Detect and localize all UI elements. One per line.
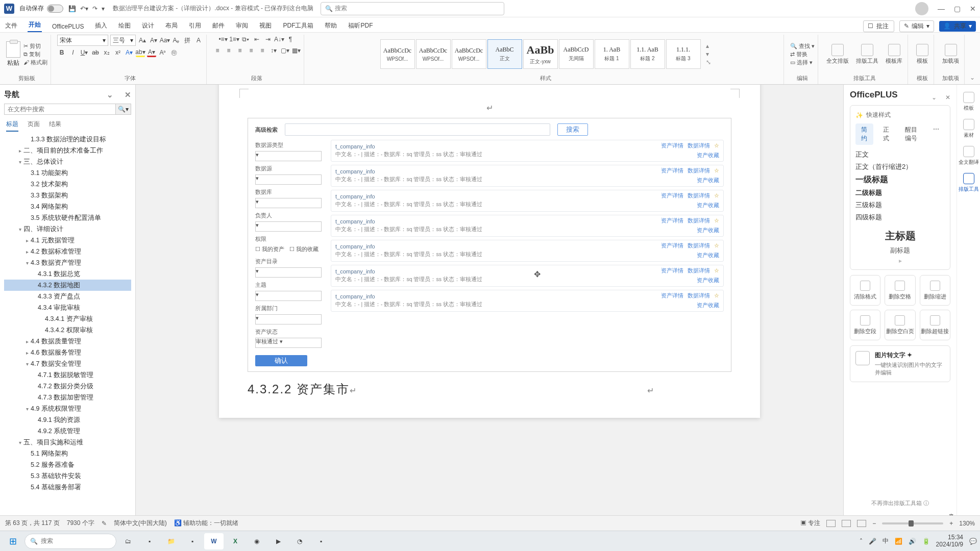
sort-icon[interactable]: A↓▾ xyxy=(275,35,284,44)
taskbar-word[interactable]: W xyxy=(204,533,224,549)
copy-button[interactable]: ⧉ 复制 xyxy=(23,51,47,58)
nav-tree-node[interactable]: 5.3 基础软件安装 xyxy=(4,470,131,482)
tab-design[interactable]: 设计 xyxy=(141,19,155,32)
phonetic-guide-icon[interactable]: 拼 xyxy=(183,36,192,45)
filter-dept[interactable]: ▾ xyxy=(255,314,322,324)
zoom-in-icon[interactable]: + xyxy=(949,520,953,527)
nav-tree-node[interactable]: ▸4.2 数据标准管理 xyxy=(4,246,131,257)
tray-mic-icon[interactable]: 🎤 xyxy=(869,538,876,545)
fulltext-layout-button[interactable]: 全文排版 xyxy=(824,43,851,66)
superscript-icon[interactable]: x² xyxy=(113,48,122,57)
asset-fav-link[interactable]: 资产收藏 xyxy=(697,202,719,209)
addins-button[interactable]: 加载项 xyxy=(940,43,961,66)
user-avatar[interactable] xyxy=(915,2,928,15)
select-button[interactable]: ▭ 选择 ▾ xyxy=(790,59,815,66)
nav-tree-node[interactable]: ▸4.6 数据服务管理 xyxy=(4,347,131,358)
style-card[interactable]: AaBbCcD无间隔 xyxy=(559,39,594,69)
quick-action-button[interactable]: 删除空格 xyxy=(885,275,915,306)
taskbar-chrome[interactable]: ◉ xyxy=(247,533,266,549)
nav-tree-node[interactable]: ▾五、项目实施和运维 xyxy=(4,437,131,448)
asset-fav-link[interactable]: 资产收藏 xyxy=(697,227,719,234)
nav-tree-node[interactable]: ▾四、详细设计 xyxy=(4,223,131,235)
format-painter-button[interactable]: 🖌 格式刷 xyxy=(23,59,47,66)
qat-dropdown-icon[interactable]: ▾ xyxy=(102,5,105,12)
taskbar-app-4[interactable]: ◔ xyxy=(290,533,309,549)
nav-tree-node[interactable]: 5.4 基础服务部署 xyxy=(4,482,131,493)
asset-fav-link[interactable]: 资产收藏 xyxy=(697,252,719,259)
borders-icon[interactable]: ▦▾ xyxy=(291,46,301,55)
asset-detail-link[interactable]: 资产详情 xyxy=(661,267,683,274)
nav-tree-node[interactable]: 3.5 系统软硬件配置清单 xyxy=(4,212,131,223)
asset-fav-link[interactable]: 资产收藏 xyxy=(697,177,719,184)
grow-font-icon[interactable]: A▴ xyxy=(138,36,147,45)
taskbar-app-5[interactable]: ▪ xyxy=(311,533,331,549)
tab-references[interactable]: 引用 xyxy=(188,19,202,32)
cb-my-assets[interactable]: ☐ 我的资产 xyxy=(255,246,284,253)
nav-tree-node[interactable]: 3.4 网络架构 xyxy=(4,201,131,212)
maximize-icon[interactable]: ▢ xyxy=(954,5,961,13)
style-card[interactable]: AaBbCcDcWPSOf... xyxy=(452,39,486,69)
cut-button[interactable]: ✂ 剪切 xyxy=(23,42,47,50)
status-page[interactable]: 第 63 页，共 117 页 xyxy=(5,519,60,528)
tray-volume-icon[interactable]: 🔊 xyxy=(909,538,916,545)
view-print-icon[interactable] xyxy=(842,520,851,527)
zoom-slider[interactable] xyxy=(882,522,943,524)
asset-fav-link[interactable]: 资产收藏 xyxy=(697,152,719,159)
asset-row[interactable]: t_company_info中文名：- | 描述：- 数据库：sq 管理员：ss… xyxy=(331,240,724,262)
layout-tools-button[interactable]: 排版工具 xyxy=(854,43,880,66)
rail-assets[interactable]: 素材 xyxy=(963,119,974,139)
nav-tab-results[interactable]: 结果 xyxy=(49,120,61,132)
quick-action-button[interactable]: 删除空白页 xyxy=(885,310,915,340)
tray-wifi-icon[interactable]: 📶 xyxy=(895,538,902,545)
asset-detail-link[interactable]: 资产详情 xyxy=(661,192,683,199)
asset-row[interactable]: t_company_info中文名：- | 描述：- 数据库：sq 管理员：ss… xyxy=(331,215,724,237)
filter-status[interactable]: 审核通过 ▾ xyxy=(255,338,322,348)
font-color-icon[interactable]: A▾ xyxy=(147,48,156,57)
replace-button[interactable]: ⇄ 替换 xyxy=(790,51,815,58)
tab-file[interactable]: 文件 xyxy=(4,19,18,32)
editing-mode-button[interactable]: ✎ 编辑 ▾ xyxy=(899,20,935,32)
nav-tree[interactable]: 1.3.3 数据治理的建设目标▸二、项目前的技术准备工作▾三、总体设计3.1 功… xyxy=(4,134,131,512)
find-button[interactable]: 🔍 查找 ▾ xyxy=(790,42,815,50)
oplus-collapse-icon[interactable]: ⌄ xyxy=(932,94,937,101)
zoom-out-icon[interactable]: − xyxy=(872,520,876,527)
confirm-button[interactable]: 确认 xyxy=(255,355,307,366)
asset-detail-link[interactable]: 资产详情 xyxy=(661,142,683,149)
tray-battery-icon[interactable]: 🔋 xyxy=(922,538,930,545)
start-button[interactable]: ⊞ xyxy=(3,533,22,549)
undo-icon[interactable]: ↶▾ xyxy=(80,5,88,12)
status-accessibility[interactable]: ♿ 辅助功能：一切就绪 xyxy=(174,519,238,528)
style-card[interactable]: 1.1.1.标题 3 xyxy=(666,39,701,69)
star-icon[interactable]: ☆ xyxy=(714,142,719,149)
close-icon[interactable]: ✕ xyxy=(970,5,976,13)
rail-translate[interactable]: 全文翻译 xyxy=(959,146,979,166)
view-web-icon[interactable] xyxy=(857,520,866,527)
status-words[interactable]: 7930 个字 xyxy=(67,519,94,528)
styles-scroll-up-icon[interactable]: ▴ xyxy=(706,42,711,49)
nav-search-input[interactable] xyxy=(5,104,115,114)
text-effects-icon[interactable]: A▾ xyxy=(125,48,134,57)
style-tab-numbered[interactable]: 醒目编号 xyxy=(899,123,924,145)
oplus-close-icon[interactable]: ✕ xyxy=(945,94,950,101)
show-marks-icon[interactable]: ¶ xyxy=(286,35,295,44)
style-tab-formal[interactable]: 正式 xyxy=(877,123,895,145)
style-gallery[interactable]: AaBbCcDcWPSOf...AaBbCcDcWPSOf...AaBbCcDc… xyxy=(380,39,701,69)
subscript-icon[interactable]: x₂ xyxy=(102,48,111,57)
filter-topic[interactable]: ▾ xyxy=(255,291,322,301)
tab-view[interactable]: 视图 xyxy=(258,19,273,32)
nav-close-icon[interactable]: ✕ xyxy=(125,90,131,99)
nav-tree-node[interactable]: 4.9.1 我的资源 xyxy=(4,414,131,425)
font-size-combo[interactable]: 三号▾ xyxy=(110,35,136,46)
template-button[interactable]: 模板 xyxy=(914,43,930,66)
quick-action-button[interactable]: 删除超链接 xyxy=(920,310,950,340)
asset-detail-link[interactable]: 资产详情 xyxy=(661,292,683,299)
autosave-toggle[interactable]: 自动保存 xyxy=(19,4,63,13)
taskbar-app-2[interactable]: ▪ xyxy=(140,533,159,549)
align-justify-icon[interactable]: ≡ xyxy=(247,46,256,55)
filter-datasource-type[interactable]: ▾ xyxy=(255,151,322,161)
data-detail-link[interactable]: 数据详情 xyxy=(688,217,710,224)
align-right-icon[interactable]: ≡ xyxy=(235,46,244,55)
styles-scroll-down-icon[interactable]: ▾ xyxy=(706,51,711,58)
nav-tree-node[interactable]: 5.1 网络架构 xyxy=(4,448,131,459)
shrink-font-icon[interactable]: A▾ xyxy=(149,36,158,45)
